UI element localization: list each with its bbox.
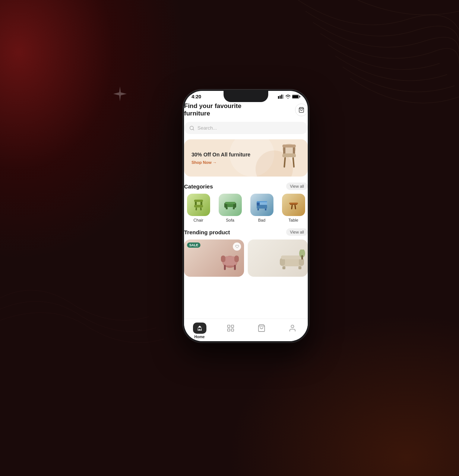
svg-rect-2 bbox=[281, 95, 282, 99]
svg-rect-12 bbox=[292, 157, 295, 167]
svg-point-58 bbox=[291, 325, 294, 328]
category-sofa-label: Sofa bbox=[226, 218, 234, 222]
cart-button[interactable] bbox=[295, 104, 308, 116]
categories-section: Categories View all bbox=[184, 183, 308, 222]
grid-icon bbox=[227, 324, 235, 332]
cart-icon bbox=[298, 107, 304, 113]
svg-rect-38 bbox=[289, 203, 298, 204]
category-sofa[interactable]: Sofa bbox=[216, 194, 244, 222]
product-2-image bbox=[278, 250, 306, 274]
svg-rect-48 bbox=[282, 266, 285, 269]
svg-rect-37 bbox=[294, 205, 296, 209]
wifi-icon bbox=[285, 95, 291, 99]
home-label: Home bbox=[194, 335, 205, 339]
svg-rect-5 bbox=[292, 95, 298, 98]
table-icon bbox=[282, 194, 305, 216]
category-table-label: Table bbox=[288, 218, 298, 222]
svg-rect-49 bbox=[298, 266, 301, 269]
svg-rect-0 bbox=[278, 96, 279, 99]
banner-title: 30% Off On All furniture bbox=[191, 151, 250, 158]
chair-icon bbox=[187, 194, 210, 216]
categories-title: Categories bbox=[184, 183, 213, 190]
categories-header: Categories View all bbox=[184, 183, 308, 190]
svg-rect-6 bbox=[300, 96, 300, 98]
header-title: Find your favourite furniture bbox=[184, 102, 266, 117]
svg-rect-41 bbox=[221, 256, 225, 262]
svg-rect-11 bbox=[284, 157, 286, 167]
bag-icon-wrap bbox=[255, 323, 268, 334]
svg-rect-55 bbox=[227, 329, 230, 331]
svg-rect-54 bbox=[231, 325, 233, 327]
category-sofa-image bbox=[219, 194, 242, 216]
wishlist-button-1[interactable] bbox=[233, 242, 241, 251]
profile-icon bbox=[288, 324, 297, 332]
svg-rect-15 bbox=[282, 145, 296, 147]
battery-icon bbox=[292, 95, 300, 99]
categories-view-all[interactable]: View all bbox=[286, 183, 308, 190]
bg-gradient-left bbox=[0, 0, 186, 261]
category-bed[interactable]: Bad bbox=[247, 194, 276, 222]
category-chair[interactable]: Chair bbox=[184, 194, 213, 222]
product-1-image bbox=[219, 249, 241, 275]
svg-rect-27 bbox=[233, 207, 235, 209]
banner-cta[interactable]: Shop Now → bbox=[191, 160, 250, 165]
phone-screen: 4:20 bbox=[184, 91, 308, 341]
categories-row: Chair bbox=[184, 194, 308, 222]
home-icon-wrap bbox=[193, 323, 206, 334]
phone-notch bbox=[224, 91, 268, 102]
trending-product-2[interactable] bbox=[248, 239, 308, 277]
category-chair-label: Chair bbox=[193, 218, 203, 222]
svg-rect-3 bbox=[283, 95, 284, 99]
trending-row: SALE bbox=[184, 239, 308, 277]
trending-title: Trending product bbox=[184, 229, 230, 235]
banner-chair-image bbox=[272, 142, 302, 174]
app-header: Find your favourite furniture bbox=[184, 101, 308, 117]
nav-profile[interactable] bbox=[283, 323, 302, 334]
sofa-icon bbox=[219, 194, 242, 216]
home-icon bbox=[196, 325, 203, 331]
search-placeholder: Search... bbox=[197, 125, 217, 131]
phone-outer-shell: 4:20 bbox=[183, 89, 309, 343]
svg-rect-21 bbox=[195, 207, 197, 210]
svg-rect-42 bbox=[234, 256, 239, 262]
svg-rect-32 bbox=[265, 209, 266, 210]
sale-badge-1: SALE bbox=[187, 242, 200, 248]
grid-icon-wrap bbox=[224, 323, 237, 334]
svg-rect-31 bbox=[257, 209, 259, 210]
trending-view-all[interactable]: View all bbox=[286, 228, 308, 236]
heart-icon-1 bbox=[235, 245, 239, 248]
svg-rect-36 bbox=[291, 205, 293, 209]
status-time: 4:20 bbox=[191, 94, 201, 99]
svg-rect-28 bbox=[225, 202, 235, 204]
nav-home[interactable]: Home bbox=[190, 323, 209, 339]
category-bed-label: Bad bbox=[258, 218, 266, 222]
nav-grid[interactable] bbox=[221, 323, 240, 334]
svg-rect-52 bbox=[301, 255, 303, 260]
svg-rect-22 bbox=[200, 207, 202, 210]
category-bed-image bbox=[250, 194, 273, 216]
search-icon bbox=[189, 126, 194, 131]
trending-section: Trending product View all SALE bbox=[184, 228, 308, 277]
bed-icon bbox=[250, 194, 273, 216]
svg-rect-34 bbox=[260, 202, 267, 205]
chair-illustration bbox=[272, 142, 300, 174]
search-bar[interactable]: Search... bbox=[184, 122, 308, 134]
svg-rect-44 bbox=[234, 265, 236, 270]
svg-rect-19 bbox=[194, 200, 203, 202]
profile-icon-wrap bbox=[286, 323, 299, 334]
trending-product-1[interactable]: SALE bbox=[184, 239, 244, 277]
svg-rect-50 bbox=[281, 256, 303, 259]
category-table[interactable]: Table bbox=[279, 194, 308, 222]
banner-section: 30% Off On All furniture Shop Now → bbox=[184, 139, 308, 177]
trending-header: Trending product View all bbox=[184, 228, 308, 236]
svg-rect-53 bbox=[227, 325, 230, 327]
svg-rect-1 bbox=[280, 96, 281, 99]
category-chair-image bbox=[187, 194, 210, 216]
svg-rect-26 bbox=[226, 207, 228, 209]
banner-card[interactable]: 30% Off On All furniture Shop Now → bbox=[184, 139, 308, 177]
svg-rect-56 bbox=[231, 329, 233, 331]
sparkle-decoration bbox=[112, 86, 128, 102]
nav-bag[interactable] bbox=[252, 323, 271, 334]
bag-icon bbox=[257, 324, 266, 332]
bottom-navigation: Home bbox=[184, 318, 308, 341]
